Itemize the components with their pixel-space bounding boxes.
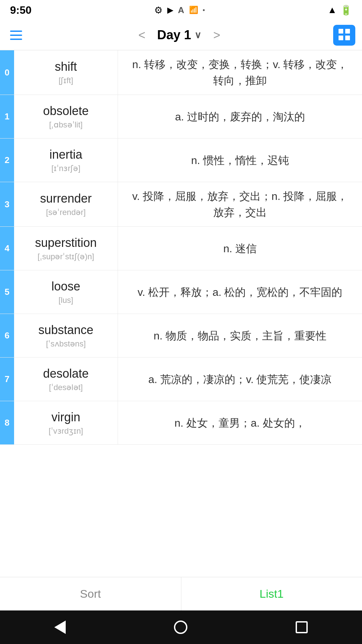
- word-row[interactable]: 4 superstition [ˌsupərˈstɪʃ(ə)n] n. 迷信: [0, 227, 362, 270]
- word-english: substance: [38, 323, 93, 337]
- word-definition: v. 松开，释放；a. 松的，宽松的，不牢固的: [118, 270, 362, 314]
- word-row[interactable]: 8 virgin [ˈvɜrdʒɪn] n. 处女，童男；a. 处女的，: [0, 401, 362, 445]
- word-left: inertia [ɪˈnɜrʃə]: [14, 139, 118, 182]
- word-definition: a. 过时的，废弃的，淘汰的: [118, 95, 362, 138]
- svg-rect-2: [339, 36, 343, 40]
- word-index: 3: [0, 182, 14, 226]
- grid-view-button[interactable]: [333, 25, 355, 46]
- word-index: 4: [0, 227, 14, 270]
- word-left: obsolete [ˌɑbsəˈlit]: [14, 95, 118, 138]
- word-phonetic: [ɪˈnɜrʃə]: [51, 164, 80, 173]
- word-phonetic: [ˈvɜrdʒɪn]: [49, 426, 83, 436]
- word-phonetic: [ˌɑbsəˈlit]: [49, 120, 82, 129]
- word-index: 2: [0, 139, 14, 182]
- word-row[interactable]: 6 substance [ˈsʌbstəns] n. 物质，物品，实质，主旨，重…: [0, 314, 362, 358]
- status-bar: 9:50 ⚙ ▶ A 📶 • ▲ 🔋: [0, 0, 362, 20]
- word-row[interactable]: 3 surrender [səˈrendər] v. 投降，屈服，放弃，交出；n…: [0, 182, 362, 227]
- prev-day-button[interactable]: <: [133, 26, 150, 44]
- svg-rect-3: [345, 36, 350, 40]
- wifi-icon: 📶: [189, 6, 198, 14]
- word-index: 6: [0, 314, 14, 357]
- word-index: 7: [0, 358, 14, 401]
- word-phonetic: [ˌsupərˈstɪʃ(ə)n]: [38, 252, 94, 261]
- svg-rect-1: [345, 29, 350, 34]
- recents-button[interactable]: [296, 621, 308, 633]
- home-button[interactable]: [174, 621, 187, 634]
- word-english: loose: [51, 279, 80, 293]
- status-time: 9:50: [10, 4, 32, 16]
- word-left: desolate [ˈdesələt]: [14, 358, 118, 401]
- word-left: surrender [səˈrendər]: [14, 182, 118, 226]
- word-english: superstition: [35, 236, 97, 250]
- word-definition: n. 转移，改变，变换，转换；v. 转移，改变，转向，推卸: [118, 50, 362, 95]
- hamburger-menu-button[interactable]: [7, 27, 25, 43]
- word-english: obsolete: [43, 104, 88, 118]
- word-index: 0: [0, 50, 14, 95]
- word-row[interactable]: 7 desolate [ˈdesələt] a. 荒凉的，凄凉的；v. 使荒芜，…: [0, 358, 362, 401]
- word-english: virgin: [51, 410, 80, 424]
- nav-center: < Day 1 ∨ >: [133, 26, 225, 44]
- word-definition: n. 处女，童男；a. 处女的，: [118, 401, 362, 444]
- word-definition: a. 荒凉的，凄凉的；v. 使荒芜，使凄凉: [118, 358, 362, 401]
- word-left: superstition [ˌsupərˈstɪʃ(ə)n]: [14, 227, 118, 270]
- word-left: virgin [ˈvɜrdʒɪn]: [14, 401, 118, 444]
- word-phonetic: [lus]: [58, 296, 73, 305]
- word-english: shift: [55, 60, 77, 74]
- word-index: 1: [0, 95, 14, 138]
- bottom-tab-bar: Sort List1: [0, 577, 362, 610]
- status-icons: ⚙ ▶ A 📶 •: [154, 5, 205, 16]
- dropdown-icon: ∨: [194, 30, 201, 41]
- word-english: inertia: [49, 148, 82, 162]
- word-english: desolate: [43, 367, 88, 381]
- word-index: 8: [0, 401, 14, 444]
- android-nav-bar: [0, 610, 362, 644]
- word-row[interactable]: 5 loose [lus] v. 松开，释放；a. 松的，宽松的，不牢固的: [0, 270, 362, 314]
- word-list: 0 shift [ʃɪft] n. 转移，改变，变换，转换；v. 转移，改变，转…: [0, 50, 362, 577]
- dot-icon: •: [203, 6, 205, 14]
- font-icon: A: [178, 5, 184, 15]
- word-definition: v. 投降，屈服，放弃，交出；n. 投降，屈服，放弃，交出: [118, 182, 362, 226]
- sort-tab[interactable]: Sort: [0, 577, 181, 610]
- nav-bar: < Day 1 ∨ >: [0, 20, 362, 50]
- word-index: 5: [0, 270, 14, 314]
- signal-icon: ▲: [327, 5, 337, 15]
- word-phonetic: [ˈdesələt]: [49, 383, 83, 392]
- status-right: ▲ 🔋: [327, 5, 352, 16]
- word-phonetic: [ˈsʌbstəns]: [46, 339, 86, 348]
- word-definition: n. 迷信: [118, 227, 362, 270]
- word-row[interactable]: 1 obsolete [ˌɑbsəˈlit] a. 过时的，废弃的，淘汰的: [0, 95, 362, 139]
- play-icon: ▶: [167, 5, 173, 15]
- word-phonetic: [ʃɪft]: [59, 76, 73, 85]
- back-button[interactable]: [54, 621, 66, 634]
- word-left: shift [ʃɪft]: [14, 50, 118, 95]
- word-row[interactable]: 2 inertia [ɪˈnɜrʃə] n. 惯性，惰性，迟钝: [0, 139, 362, 182]
- word-english: surrender: [40, 192, 92, 206]
- gear-icon: ⚙: [154, 5, 163, 16]
- word-phonetic: [səˈrendər]: [46, 208, 85, 217]
- word-row[interactable]: 0 shift [ʃɪft] n. 转移，改变，变换，转换；v. 转移，改变，转…: [0, 50, 362, 95]
- word-definition: n. 惯性，惰性，迟钝: [118, 139, 362, 182]
- day-title[interactable]: Day 1 ∨: [157, 28, 201, 42]
- word-left: substance [ˈsʌbstəns]: [14, 314, 118, 357]
- word-left: loose [lus]: [14, 270, 118, 314]
- list1-tab[interactable]: List1: [181, 577, 362, 610]
- battery-icon: 🔋: [340, 5, 352, 16]
- word-definition: n. 物质，物品，实质，主旨，重要性: [118, 314, 362, 357]
- next-day-button[interactable]: >: [208, 26, 225, 44]
- svg-rect-0: [339, 29, 343, 34]
